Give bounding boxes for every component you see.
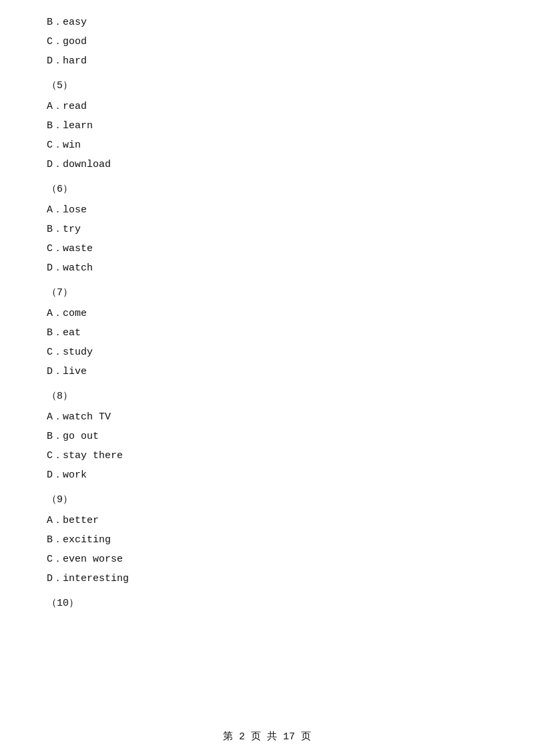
d-hard: D．hard [47, 52, 487, 70]
c-waste: C．waste [47, 240, 487, 258]
section-5: （5） [47, 77, 487, 95]
b-learn: B．learn [47, 117, 487, 135]
section-6: （6） [47, 180, 487, 198]
b-eat: B．eat [47, 324, 487, 342]
d-live: D．live [47, 363, 487, 381]
b-go-out: B．go out [47, 427, 487, 445]
a-read: A．read [47, 98, 487, 116]
c-study: C．study [47, 343, 487, 361]
d-download: D．download [47, 156, 487, 174]
b-try: B．try [47, 220, 487, 238]
footer-text: 第 2 页 共 17 页 [223, 731, 311, 743]
b-exciting: B．exciting [47, 531, 487, 549]
d-work: D．work [47, 466, 487, 484]
a-better: A．better [47, 512, 487, 530]
d-watch: D．watch [47, 259, 487, 277]
section-10: （10） [47, 594, 487, 612]
page-footer: 第 2 页 共 17 页 [0, 730, 534, 743]
b-easy: B．easy [47, 13, 487, 31]
a-lose: A．lose [47, 201, 487, 219]
c-win: C．win [47, 136, 487, 154]
d-interesting: D．interesting [47, 570, 487, 588]
main-content: B．easyC．goodD．hard（5）A．readB．learnC．winD… [0, 0, 534, 655]
c-stay-there: C．stay there [47, 447, 487, 465]
section-8: （8） [47, 387, 487, 405]
c-even-worse: C．even worse [47, 550, 487, 568]
a-watch-tv: A．watch TV [47, 408, 487, 426]
section-9: （9） [47, 491, 487, 509]
section-7: （7） [47, 284, 487, 302]
c-good: C．good [47, 33, 487, 51]
a-come: A．come [47, 305, 487, 323]
